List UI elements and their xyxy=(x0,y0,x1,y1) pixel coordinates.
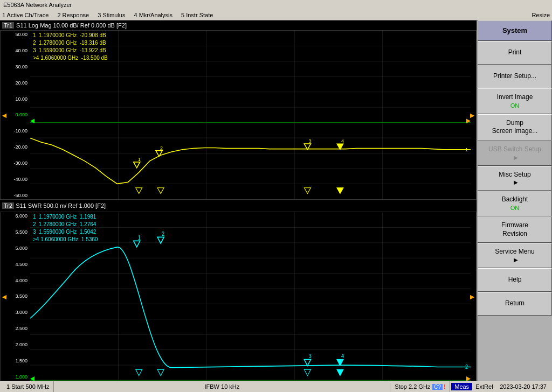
status-bar: 1 Start 500 MHz IFBW 10 kHz Stop 2.2 GHz… xyxy=(0,381,552,392)
bot2-marker-3 xyxy=(304,369,310,376)
menu-item-4[interactable]: 4 Mkr/Analysis xyxy=(134,12,172,18)
status-ifbw: IFBW 10 kHz xyxy=(54,381,390,392)
bottom-trace-line-2 xyxy=(30,244,471,367)
status-start: 1 Start 500 MHz xyxy=(2,381,54,392)
bot-marker-4 xyxy=(337,188,343,194)
bottom-chart-svg: 1 2 3 4 2 xyxy=(30,212,471,381)
bottom-trace-label: Tr2 xyxy=(2,202,14,209)
printer-setup-button[interactable]: Printer Setup... xyxy=(478,65,552,88)
bottom-trace-header: Tr2 S11 SWR 500.0 m/ Ref 1.000 [F2] xyxy=(0,200,477,212)
bot2-marker-2 xyxy=(157,369,164,376)
menu-item-3[interactable]: 3 Stimulus xyxy=(98,12,125,18)
marker-2-label-top: 2 xyxy=(160,145,163,150)
service-menu-button[interactable]: Service Menu ▶ xyxy=(478,243,552,268)
bottom-trace-line xyxy=(30,244,471,369)
system-button[interactable]: System xyxy=(478,20,552,41)
top-trace-line xyxy=(30,138,471,184)
top-left-arrow[interactable]: ◄ xyxy=(1,111,8,120)
ref-marker-left-bot xyxy=(30,376,34,381)
title-text: E5063A Network Analyzer xyxy=(3,2,72,8)
invert-image-button[interactable]: Invert Image ON xyxy=(478,88,552,114)
bottom-chart-panel: 6.000 5.500 5.000 4.500 4.000 3.500 3.00… xyxy=(0,212,477,381)
bot2-marker-1 xyxy=(136,369,142,376)
top-trace-header: Tr1 S11 Log Mag 10.00 dB/ Ref 0.000 dB [… xyxy=(0,20,477,30)
marker-3-bot xyxy=(304,360,310,366)
warn-label: ! xyxy=(444,383,445,390)
marker-2-top xyxy=(156,151,162,157)
print-button[interactable]: Print xyxy=(478,41,552,65)
top-chart-panel: 50.00 40.00 30.00 20.00 10.00 0.000 -10.… xyxy=(0,30,477,200)
bot2-marker-4 xyxy=(337,369,343,376)
help-button[interactable]: Help xyxy=(478,268,552,292)
top-trace-info: S11 Log Mag 10.00 dB/ Ref 0.000 dB [F2] xyxy=(16,22,127,29)
title-bar: E5063A Network Analyzer xyxy=(0,0,552,10)
marker-3-label-top: 3 xyxy=(308,138,311,144)
marker-1-label-top: 1 xyxy=(138,157,141,162)
usb-switch-button[interactable]: USB Switch Setup ▶ xyxy=(478,141,552,166)
status-stop: Stop 2.2 GHz C? ! xyxy=(390,381,450,392)
bottom-left-arrow[interactable]: ◄ xyxy=(1,292,8,301)
backlight-button[interactable]: Backlight ON xyxy=(478,191,552,216)
svg-text:2: 2 xyxy=(465,363,468,370)
ref-marker-right-bot xyxy=(466,376,471,381)
menu-item-2[interactable]: 2 Response xyxy=(57,12,89,18)
marker-1-top xyxy=(134,162,140,168)
menu-bar: 1 Active Ch/Trace 2 Response 3 Stimulus … xyxy=(0,10,552,20)
menu-item-5[interactable]: 5 Instr State xyxy=(181,12,213,18)
top-trace-label: Tr1 xyxy=(2,22,14,29)
return-button[interactable]: Return xyxy=(478,292,552,316)
swr-path xyxy=(30,247,471,368)
marker-3-label-bot: 3 xyxy=(308,353,311,360)
right-panel: System Print Printer Setup... Invert Ima… xyxy=(477,20,552,381)
marker-4-label-bot: 4 xyxy=(341,353,344,360)
misc-setup-button[interactable]: Misc Setup ▶ xyxy=(478,166,552,191)
extref-label: ExtRef xyxy=(472,383,496,390)
marker-1-label-bot: 1 xyxy=(138,234,141,241)
firmware-revision-button[interactable]: Firmware Revision xyxy=(478,216,552,243)
bot-marker-1 xyxy=(136,188,142,194)
marker-1-bot xyxy=(134,241,140,247)
channel-label: C? xyxy=(432,384,443,390)
dump-screen-button[interactable]: Dump Screen Image... xyxy=(478,114,552,141)
menu-item-1[interactable]: 1 Active Ch/Trace xyxy=(2,12,49,18)
marker-2-bot xyxy=(157,237,164,243)
svg-text:1: 1 xyxy=(465,147,468,152)
resize-button[interactable]: Resize xyxy=(532,12,550,18)
top-chart-svg: 1 2 3 4 1 xyxy=(30,31,471,199)
bottom-trace-info: S11 SWR 500.0 m/ Ref 1.000 [F2] xyxy=(16,202,106,209)
main-layout: Tr1 S11 Log Mag 10.00 dB/ Ref 0.000 dB [… xyxy=(0,20,552,381)
meas-label[interactable]: Meas xyxy=(451,383,472,390)
datetime-label: 2023-03-20 17:37 xyxy=(496,383,550,390)
marker-2-label-bot: 2 xyxy=(162,230,164,237)
marker-4-label-top: 4 xyxy=(341,138,344,144)
bot-marker-2 xyxy=(157,188,164,194)
chart-area: Tr1 S11 Log Mag 10.00 dB/ Ref 0.000 dB [… xyxy=(0,20,477,381)
bot-marker-3 xyxy=(304,188,310,194)
